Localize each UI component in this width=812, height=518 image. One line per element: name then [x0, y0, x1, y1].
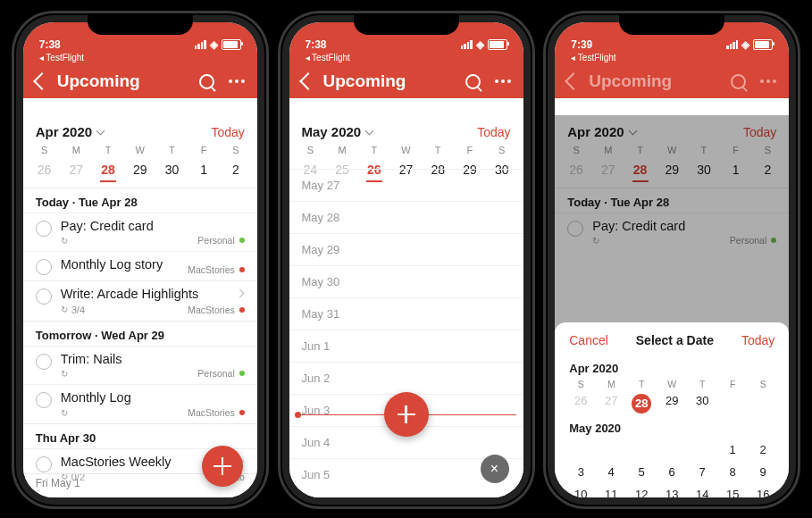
status-icons: ◈ — [195, 38, 241, 51]
calendar-day[interactable]: 7 — [687, 461, 717, 483]
calendar-day[interactable]: 29 — [124, 159, 156, 180]
more-icon[interactable] — [229, 79, 245, 83]
more-icon[interactable] — [760, 79, 776, 83]
calendar-grid: 1234567891011121314151617181920212223242… — [565, 439, 778, 497]
calendar-day[interactable]: 11 — [596, 483, 626, 497]
calendar-day[interactable]: 13 — [657, 483, 687, 497]
task-checkbox[interactable] — [36, 288, 52, 305]
calendar-day[interactable]: 6 — [657, 461, 687, 483]
task-checkbox[interactable] — [36, 392, 52, 408]
status-time: 7:39 — [571, 38, 592, 51]
back-icon[interactable] — [33, 72, 51, 90]
phone-3: 7:39 ◈ ◂ TestFlight Upcoming — [546, 13, 798, 506]
phone-2: 7:38 ◈ ◂ TestFlight Upcoming — [280, 13, 532, 506]
task-checkbox[interactable] — [36, 456, 52, 472]
task-project: MacStories — [188, 305, 245, 315]
signal-icon — [461, 40, 473, 49]
back-icon[interactable] — [565, 72, 582, 90]
status-time: 7:38 — [39, 38, 61, 51]
calendar-day — [596, 439, 626, 461]
page-title: Upcoming — [323, 71, 406, 91]
wifi-icon: ◈ — [741, 38, 749, 51]
task-checkbox[interactable] — [36, 221, 52, 237]
month-selector[interactable]: Apr 2020 — [36, 124, 104, 139]
calendar-day[interactable]: 27 — [596, 389, 626, 418]
calendar-day[interactable]: 30 — [156, 159, 188, 180]
calendar-day[interactable]: 1 — [188, 159, 220, 180]
calendar-day[interactable]: 9 — [748, 461, 778, 483]
testflight-back[interactable]: ◂ TestFlight — [23, 53, 257, 64]
recurring-icon: ↻ — [61, 305, 68, 314]
timeline-day[interactable]: May 31 — [289, 297, 523, 330]
month-selector[interactable]: May 2020 — [302, 124, 373, 139]
calendar-day[interactable]: 5 — [626, 461, 657, 483]
project-dot-icon — [239, 238, 245, 243]
cancel-button[interactable]: Cancel — [569, 333, 608, 347]
task-item[interactable]: Trim: Nails ↻ Personal — [23, 346, 257, 384]
add-task-button[interactable] — [384, 392, 429, 437]
more-icon[interactable] — [495, 79, 511, 83]
calendar-day[interactable]: 10 — [565, 483, 596, 497]
wifi-icon: ◈ — [210, 38, 218, 51]
task-project: Personal — [197, 368, 244, 379]
calendar-day — [687, 439, 717, 461]
calendar-day[interactable]: 26 — [565, 389, 596, 418]
calendar-day[interactable]: 16 — [748, 483, 778, 497]
today-button[interactable]: Today — [741, 333, 774, 347]
search-icon[interactable] — [465, 74, 481, 89]
calendar-day[interactable]: 12 — [626, 483, 657, 497]
task-title: Pay: Credit card — [61, 219, 245, 234]
timeline[interactable]: May 27May 28May 29May 30May 31Jun 1Jun 2… — [289, 169, 523, 497]
testflight-back[interactable]: ◂ TestFlight — [289, 53, 523, 64]
page-title: Upcoming — [57, 71, 140, 91]
recurring-icon: ↻ — [61, 408, 68, 418]
wifi-icon: ◈ — [476, 38, 484, 51]
task-item[interactable]: Write: Arcade Highlights ↻3/4 MacStories — [23, 280, 257, 320]
add-task-button[interactable] — [202, 446, 243, 487]
today-button[interactable]: Today — [211, 125, 244, 139]
task-checkbox[interactable] — [36, 259, 52, 275]
calendar-day[interactable]: 8 — [717, 461, 748, 483]
timeline-day[interactable]: Jun 1 — [289, 330, 523, 362]
timeline-day[interactable]: May 28 — [289, 201, 523, 233]
close-button[interactable]: × — [481, 455, 509, 483]
calendar-day[interactable]: 2 — [748, 439, 778, 461]
signal-icon — [726, 40, 738, 49]
back-icon[interactable] — [299, 72, 317, 90]
task-item[interactable]: Pay: Credit card ↻ Personal — [23, 213, 257, 251]
project-dot-icon — [239, 410, 245, 415]
calendar-day[interactable]: 14 — [687, 483, 717, 497]
battery-icon — [222, 39, 241, 50]
calendar-day[interactable]: 4 — [596, 461, 626, 483]
search-icon[interactable] — [199, 74, 214, 89]
task-checkbox[interactable] — [36, 354, 52, 370]
chevron-down-icon — [96, 126, 105, 135]
timeline-day[interactable]: Jun 2 — [289, 362, 523, 394]
calendar-day[interactable]: 2 — [220, 159, 252, 180]
recurring-icon: ↻ — [61, 369, 68, 379]
today-button[interactable]: Today — [477, 125, 510, 139]
date-picker-sheet: Cancel Select a Date Today Apr 2020 SMTW… — [555, 322, 789, 497]
timeline-day[interactable]: May 30 — [289, 265, 523, 297]
timeline-day[interactable]: May 27 — [289, 169, 523, 201]
notch — [88, 13, 193, 35]
task-item[interactable]: Monthly Log ↻ MacStories — [23, 384, 257, 422]
calendar-day[interactable]: 27 — [60, 159, 92, 180]
calendar-day[interactable]: 15 — [717, 483, 748, 497]
calendar-day[interactable]: 28 — [626, 389, 657, 418]
testflight-back[interactable]: ◂ TestFlight — [555, 53, 789, 64]
task-title: Monthly Log — [61, 390, 245, 405]
page-title: Upcoming — [589, 71, 672, 91]
calendar-day[interactable]: 28 — [92, 159, 124, 180]
notch — [619, 13, 724, 35]
timeline-day[interactable]: May 29 — [289, 233, 523, 265]
calendar-day[interactable]: 30 — [687, 389, 717, 418]
task-item[interactable]: Monthly Log story MacStories — [23, 251, 257, 280]
calendar-day[interactable]: 1 — [717, 439, 748, 461]
month-heading: Apr 2020 — [565, 358, 778, 379]
calendar-day[interactable]: 3 — [565, 461, 596, 483]
calendar-day[interactable]: 29 — [657, 389, 687, 418]
search-icon[interactable] — [731, 74, 746, 89]
calendar-day[interactable]: 26 — [29, 159, 61, 180]
notch — [354, 13, 459, 35]
